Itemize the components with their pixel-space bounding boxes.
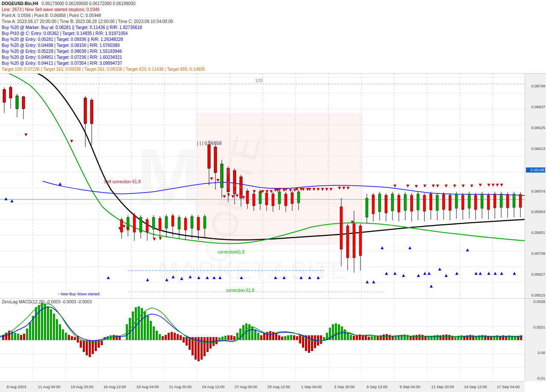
info-line10: Buy %20 @ Entry: 0.04411 | Target: 0.073… xyxy=(2,61,544,66)
macd-label: ZeroLag MACD(12,26) -0.0003 -0.0003 -0.0… xyxy=(2,300,92,304)
svg-rect-440 xyxy=(481,335,483,340)
svg-rect-293 xyxy=(38,305,40,340)
sell-correction-label: Sell correction 61.8 xyxy=(104,179,141,184)
svg-rect-412 xyxy=(398,336,400,340)
svg-text:▲: ▲ xyxy=(384,270,389,276)
chart-container: DOGEUSD-Bin,H4 0.06179000 0.06199000 0.0… xyxy=(0,0,546,392)
svg-text:▲: ▲ xyxy=(106,274,111,280)
svg-rect-157 xyxy=(500,194,502,208)
svg-rect-408 xyxy=(386,334,388,340)
svg-rect-292 xyxy=(35,307,37,340)
svg-rect-405 xyxy=(377,336,379,340)
svg-rect-121 xyxy=(385,195,387,213)
svg-text:▲: ▲ xyxy=(179,275,184,281)
svg-rect-384 xyxy=(314,335,316,348)
price-level-p06074: 0.06074 xyxy=(526,189,545,193)
svg-rect-47 xyxy=(90,100,93,124)
svg-rect-331 xyxy=(156,331,158,340)
svg-rect-372 xyxy=(278,335,280,340)
svg-rect-302 xyxy=(65,333,67,340)
svg-rect-105 xyxy=(297,192,300,203)
svg-rect-287 xyxy=(20,335,22,340)
svg-rect-305 xyxy=(74,337,76,340)
svg-rect-436 xyxy=(469,335,471,340)
svg-rect-289 xyxy=(26,329,28,340)
svg-rect-296 xyxy=(47,306,49,340)
svg-rect-334 xyxy=(165,335,167,340)
svg-rect-147 xyxy=(468,194,470,208)
svg-text:▲: ▲ xyxy=(307,274,312,280)
svg-text:▲: ▲ xyxy=(407,245,412,251)
svg-rect-288 xyxy=(23,334,25,340)
svg-rect-65 xyxy=(133,215,136,232)
svg-text:▲: ▲ xyxy=(218,274,223,280)
svg-text:▲: ▲ xyxy=(465,247,470,253)
svg-text:▲: ▲ xyxy=(429,283,434,289)
svg-rect-346 xyxy=(200,337,203,360)
symbol-title: DOGEUSD-Bin,H4 xyxy=(2,1,38,7)
info-line2: Point A: 0.0556 | Point B: 0.06858 | Poi… xyxy=(2,13,544,19)
svg-rect-327 xyxy=(144,311,146,340)
svg-text:▼: ▼ xyxy=(392,183,398,189)
svg-rect-119 xyxy=(378,194,381,212)
svg-rect-129 xyxy=(410,195,413,211)
svg-rect-155 xyxy=(494,194,496,208)
svg-rect-135 xyxy=(430,194,432,210)
svg-text:▲: ▲ xyxy=(299,274,304,280)
correction618b-label: correction 61.8 xyxy=(226,288,255,293)
time-label-10: 3 Sep 20:00 xyxy=(328,385,361,389)
svg-text:▲: ▲ xyxy=(239,274,244,280)
svg-text:▲: ▲ xyxy=(401,272,406,278)
svg-rect-328 xyxy=(147,316,149,340)
svg-text:▲: ▲ xyxy=(444,272,449,278)
svg-rect-310 xyxy=(89,340,91,357)
main-chart-area: M MARKETZ.SITE xyxy=(0,62,525,298)
time-label-6: 24 Aug 12:00 xyxy=(197,385,229,389)
svg-rect-391 xyxy=(335,323,337,340)
svg-text:▼: ▼ xyxy=(469,183,474,189)
info-line6: Buy %20 @ Entry: 0.05281 | Target: 0.093… xyxy=(2,37,544,43)
svg-rect-43 xyxy=(22,97,25,109)
time-label-15: 17 Sep 04:00 xyxy=(492,385,525,389)
svg-text:▲: ▲ xyxy=(3,196,9,202)
svg-rect-51 xyxy=(214,147,217,173)
svg-rect-395 xyxy=(347,333,349,340)
svg-rect-145 xyxy=(462,195,464,210)
svg-rect-113 xyxy=(359,226,362,256)
svg-rect-37 xyxy=(3,89,6,102)
macd-level-zero: 0.00 xyxy=(526,351,545,355)
time-label-7: 27 Aug 00:00 xyxy=(229,385,262,389)
svg-rect-362 xyxy=(248,324,250,340)
macd-level-neg1: -0.01 xyxy=(526,376,545,380)
price-level-p05851: 0.05851 xyxy=(526,231,545,235)
svg-text:▲: ▲ xyxy=(392,270,398,276)
svg-text:▲: ▲ xyxy=(196,274,201,280)
svg-rect-71 xyxy=(152,217,155,229)
svg-rect-111 xyxy=(353,224,355,258)
svg-rect-330 xyxy=(153,326,155,340)
svg-rect-159 xyxy=(506,194,509,208)
svg-text:▼: ▼ xyxy=(499,182,504,188)
svg-rect-367 xyxy=(263,334,265,340)
svg-rect-300 xyxy=(59,324,61,340)
svg-text:▲: ▲ xyxy=(58,181,63,187)
svg-rect-127 xyxy=(404,194,407,210)
svg-rect-402 xyxy=(368,337,370,340)
svg-rect-427 xyxy=(442,335,444,340)
info-line1: Line: 2673 | New Sell wave started stopl… xyxy=(2,7,544,13)
svg-rect-41 xyxy=(16,96,18,109)
svg-text:▲: ▲ xyxy=(493,270,498,276)
svg-rect-386 xyxy=(320,335,322,344)
svg-text:▲: ▲ xyxy=(416,272,421,278)
svg-rect-403 xyxy=(371,336,373,340)
time-axis: 8 Aug 2023 11 Aug 04:00 13 Aug 20:00 16 … xyxy=(0,381,525,392)
svg-rect-363 xyxy=(251,326,253,340)
svg-rect-85 xyxy=(197,217,200,230)
svg-text:M: M xyxy=(136,133,200,219)
svg-rect-153 xyxy=(487,195,490,210)
info-line11: Target 100: 0.07236 | Target 161: 0.0933… xyxy=(2,66,544,72)
svg-rect-429 xyxy=(448,335,450,340)
svg-rect-376 xyxy=(290,335,292,340)
macd-level-mid1: 0.0021 xyxy=(526,325,545,329)
svg-rect-77 xyxy=(171,216,174,226)
